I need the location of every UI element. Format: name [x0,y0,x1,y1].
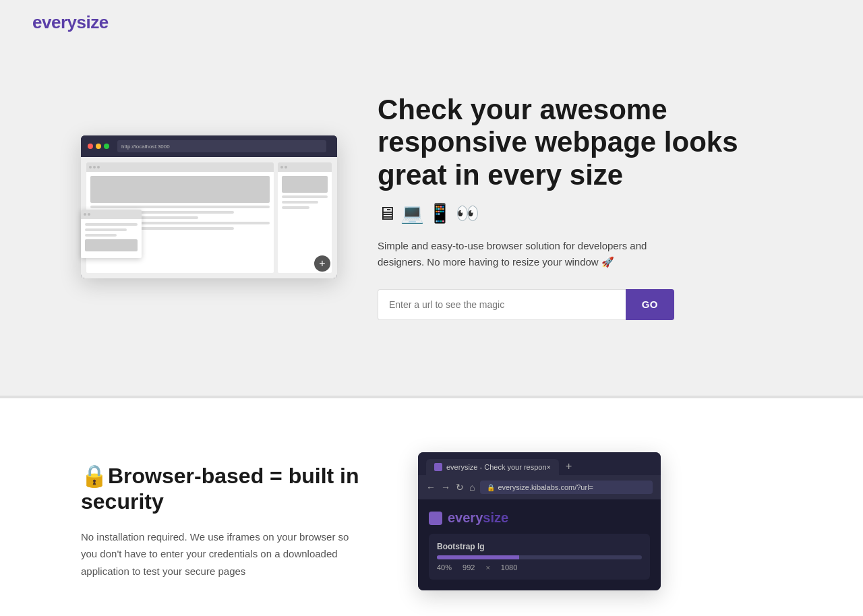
inner-dot [97,166,100,168]
url-input[interactable] [378,289,626,320]
browser-screenshot: everysize - Check your respon× + ← → ↻ ⌂… [418,452,661,590]
content-line [85,228,127,231]
browser-outer: everysize - Check your respon× + ← → ↻ ⌂… [418,452,661,590]
phone-icon: 📱 [428,202,452,224]
tab-label: everysize - Check your respon× [446,463,551,471]
forward-button[interactable]: → [441,482,450,493]
inner-dot [280,166,283,168]
hero-mockup: http://localhost:3000 [81,135,337,278]
hero-title: Check your awesome responsive webpage lo… [378,94,782,191]
progress-bar-inner [437,555,519,559]
header: everysize [0,0,863,45]
stat-x-symbol: × [485,563,489,572]
content-image-sm [282,176,328,193]
inner-logo-size: size [483,510,508,525]
browser-url-input[interactable]: 🔒 everysize.kibalabs.com/?url= [480,481,653,494]
content-line [85,234,117,237]
expand-button[interactable]: + [314,255,330,272]
browser-dots [88,144,109,149]
dot-red [88,144,93,149]
stat-height: 1080 [501,563,517,572]
browser-bar: http://localhost:3000 [81,135,337,157]
stat-percent-value: 40% [437,563,452,572]
inner-dot [285,166,287,168]
feature-description: No installation required. We use iframes… [81,528,364,580]
browser-tab-active[interactable]: everysize - Check your respon× [426,459,559,475]
stat-percent: 40% [437,563,452,572]
overlay-frame [81,210,142,258]
url-display: everysize.kibalabs.com/?url= [498,483,593,491]
card-title: Bootstrap lg [437,542,642,551]
refresh-button[interactable]: ↻ [456,482,464,493]
card-stats: 40% 992 × 1080 [437,563,642,572]
logo: everysize [32,12,831,33]
inner-favicon [429,512,442,525]
content-line [282,195,328,198]
new-tab-button[interactable]: + [562,458,576,475]
back-button[interactable]: ← [426,482,436,493]
logo-text-every: every [32,12,76,32]
browser-tab-bar: everysize - Check your respon× + [418,452,661,475]
content-image [90,176,270,203]
inner-dot [88,213,90,216]
home-button[interactable]: ⌂ [469,482,475,493]
content-line [282,206,309,209]
hero-device-icons: 🖥 💻 📱 👀 [378,202,782,224]
progress-bar-outer [437,555,642,559]
laptop-icon: 💻 [400,202,424,224]
hero-text: Check your awesome responsive webpage lo… [378,94,782,320]
feature-title: 🔒Browser-based = built in security [81,463,364,515]
overlay-bar [81,210,142,219]
eyes-icon: 👀 [456,202,479,224]
url-text: http://localhost:3000 [121,144,170,150]
feature-text: 🔒Browser-based = built in security No in… [81,463,364,580]
browser-inner-content: everysize Bootstrap lg 40% 992 [418,499,661,590]
desktop-icon: 🖥 [378,202,396,224]
content-line [85,223,138,226]
content-line [282,201,318,204]
hero-description: Simple and easy-to-use browser solution … [378,238,674,270]
url-form: GO [378,289,674,320]
browser-url-bar: http://localhost:3000 [117,140,326,152]
browser-nav: ← → ↻ ⌂ 🔒 everysize.kibalabs.com/?url= [418,475,661,499]
inner-dot [84,213,86,216]
logo-text-size: size [76,12,108,32]
inner-logo-every: every [448,510,483,525]
go-button[interactable]: GO [626,289,674,320]
hero-section: http://localhost:3000 [0,45,863,396]
lock-icon: 🔒 [487,484,495,491]
stat-width-value: 992 [463,563,475,572]
stat-height-value: 1080 [501,563,517,572]
inner-content-sm [278,172,332,216]
features-section: 🔒Browser-based = built in security No in… [0,398,863,616]
content-image [85,239,138,251]
inner-header: everysize [429,510,650,526]
dot-yellow [96,144,101,149]
inner-dot [93,166,96,168]
inner-bar-main [86,162,274,172]
browser-card: Bootstrap lg 40% 992 × [429,534,650,580]
dot-green [104,144,109,149]
stat-width: 992 [463,563,475,572]
stat-x: × [485,563,489,572]
inner-bar-sm [278,162,332,172]
tab-favicon [434,463,442,471]
inner-dot [89,166,92,168]
overlay-content [81,219,142,258]
inner-logo: everysize [448,510,508,526]
content-line [90,206,270,208]
